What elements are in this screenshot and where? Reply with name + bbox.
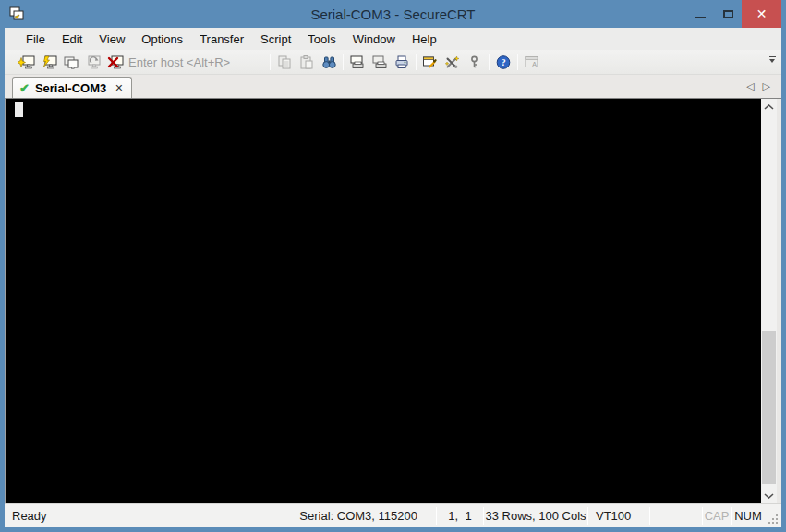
menu-window[interactable]: Window bbox=[345, 30, 404, 49]
terminal-screen[interactable] bbox=[6, 99, 761, 503]
key-generator-icon bbox=[466, 54, 483, 70]
menu-options[interactable]: Options bbox=[133, 30, 191, 49]
launch-application-icon: A bbox=[523, 54, 541, 70]
minimize-icon bbox=[695, 17, 706, 18]
window-title: Serial-COM3 - SecureCRT bbox=[0, 6, 786, 22]
auto-print-button[interactable] bbox=[369, 52, 391, 72]
reconnect-icon bbox=[84, 54, 103, 70]
tab-label: Serial-COM3 bbox=[35, 81, 106, 95]
status-emulation: VT100 bbox=[588, 504, 649, 527]
menu-tools[interactable]: Tools bbox=[299, 30, 344, 49]
connect-icon bbox=[18, 54, 36, 70]
menu-edit[interactable]: Edit bbox=[54, 30, 91, 49]
print-icon bbox=[393, 54, 411, 70]
client-area: File Edit View Options Transfer Script T… bbox=[5, 28, 781, 527]
toolbar-overflow-button[interactable] bbox=[767, 56, 778, 67]
tab-close-icon[interactable]: ✕ bbox=[115, 82, 123, 94]
status-message: Ready bbox=[5, 504, 233, 527]
status-terminal-size: 33 Rows, 100 Cols bbox=[484, 504, 587, 527]
close-icon: ✕ bbox=[756, 6, 768, 21]
overflow-bar-icon bbox=[769, 56, 776, 57]
minimize-button[interactable] bbox=[686, 0, 714, 28]
terminal-row bbox=[5, 98, 781, 503]
status-empty-pane bbox=[650, 504, 702, 527]
tab-scroll-right-icon[interactable]: ▷ bbox=[763, 80, 770, 92]
session-options-button[interactable] bbox=[419, 52, 441, 72]
close-button[interactable]: ✕ bbox=[742, 0, 781, 28]
resize-grip[interactable] bbox=[765, 504, 781, 527]
toolbar: ? A bbox=[5, 50, 781, 74]
menu-script[interactable]: Script bbox=[252, 30, 299, 49]
global-options-icon bbox=[443, 54, 462, 70]
find-icon bbox=[320, 54, 338, 70]
toolbar-separator bbox=[489, 54, 490, 70]
status-caps-lock: CAP bbox=[703, 504, 731, 527]
status-cursor-position: 1, 1 bbox=[437, 504, 483, 527]
help-icon: ? bbox=[495, 54, 512, 70]
scrollbar-gutter bbox=[777, 99, 781, 503]
scrollbar-thumb[interactable] bbox=[762, 331, 776, 484]
toolbar-separator bbox=[270, 54, 271, 70]
connect-in-tab-button[interactable] bbox=[60, 52, 82, 72]
disconnect-icon bbox=[106, 54, 125, 70]
help-button[interactable]: ? bbox=[492, 52, 514, 72]
connect-button[interactable] bbox=[16, 52, 38, 72]
terminal-cursor bbox=[15, 102, 23, 117]
copy-icon bbox=[276, 54, 293, 70]
auto-print-icon bbox=[370, 54, 389, 70]
print-screen-icon bbox=[348, 54, 367, 70]
reconnect-button[interactable] bbox=[82, 52, 104, 72]
svg-text:?: ? bbox=[501, 57, 505, 67]
title-bar: Serial-COM3 - SecureCRT ✕ bbox=[0, 0, 786, 28]
tab-bar: ✔ Serial-COM3 ✕ ◁ ▷ bbox=[5, 74, 781, 98]
menu-bar: File Edit View Options Transfer Script T… bbox=[5, 28, 781, 50]
toolbar-separator bbox=[416, 54, 417, 70]
maximize-icon bbox=[723, 10, 733, 18]
tab-serial-com3[interactable]: ✔ Serial-COM3 ✕ bbox=[12, 77, 132, 98]
copy-button[interactable] bbox=[273, 52, 296, 72]
disconnect-button[interactable] bbox=[104, 52, 127, 72]
key-generator-button[interactable] bbox=[464, 52, 486, 72]
app-icon bbox=[8, 6, 25, 22]
status-connection: Serial: COM3, 115200 bbox=[233, 504, 436, 527]
chevron-down-icon bbox=[764, 493, 774, 499]
tab-scroll-buttons: ◁ ▷ bbox=[746, 75, 770, 98]
menu-help[interactable]: Help bbox=[404, 30, 445, 49]
status-bar: Ready Serial: COM3, 115200 1, 1 33 Rows,… bbox=[5, 503, 781, 527]
host-input[interactable] bbox=[128, 53, 263, 71]
menu-file[interactable]: File bbox=[18, 30, 54, 49]
paste-icon bbox=[298, 54, 315, 70]
securecrt-window: Serial-COM3 - SecureCRT ✕ File Edit View… bbox=[0, 0, 786, 532]
connected-check-icon: ✔ bbox=[19, 82, 30, 94]
session-options-icon bbox=[421, 54, 440, 70]
chevron-up-icon bbox=[764, 104, 774, 110]
find-button[interactable] bbox=[318, 52, 340, 72]
print-screen-button[interactable] bbox=[346, 52, 369, 72]
status-num-lock: NUM bbox=[732, 504, 765, 527]
quick-connect-icon bbox=[40, 54, 58, 70]
paste-button[interactable] bbox=[296, 52, 318, 72]
menu-view[interactable]: View bbox=[91, 30, 133, 49]
launch-application-button[interactable]: A bbox=[521, 52, 543, 72]
print-button[interactable] bbox=[391, 52, 413, 72]
toolbar-separator bbox=[343, 54, 344, 70]
scroll-down-button[interactable] bbox=[761, 488, 777, 503]
overflow-arrow-icon bbox=[769, 59, 775, 63]
window-controls: ✕ bbox=[686, 0, 786, 28]
vertical-scrollbar[interactable] bbox=[761, 99, 777, 503]
tab-scroll-left-icon[interactable]: ◁ bbox=[746, 80, 754, 92]
scroll-up-button[interactable] bbox=[761, 99, 777, 115]
global-options-button[interactable] bbox=[441, 52, 464, 72]
menu-transfer[interactable]: Transfer bbox=[191, 30, 252, 49]
svg-text:A: A bbox=[532, 60, 537, 66]
quick-connect-button[interactable] bbox=[38, 52, 60, 72]
connect-in-tab-icon bbox=[62, 54, 80, 70]
maximize-button[interactable] bbox=[714, 0, 742, 28]
toolbar-separator bbox=[517, 54, 518, 70]
